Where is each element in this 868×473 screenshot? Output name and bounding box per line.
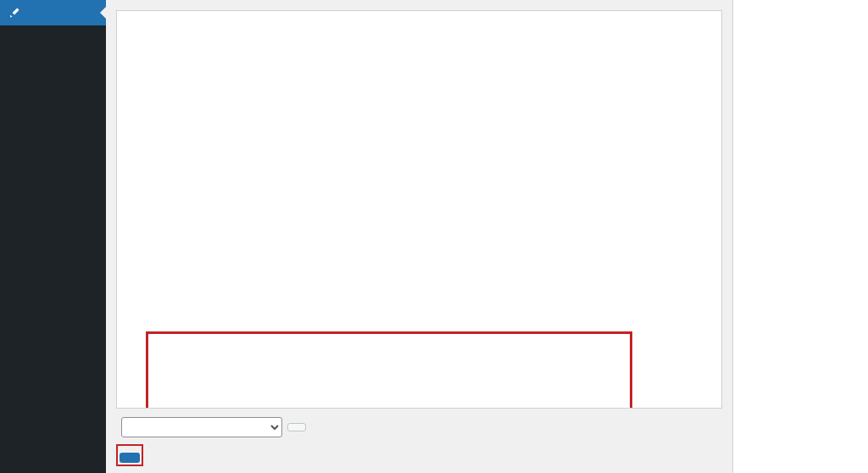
theme-files-panel — [732, 0, 868, 473]
brush-icon — [7, 5, 22, 20]
update-file-button[interactable] — [120, 453, 140, 463]
admin-sidebar — [0, 0, 106, 473]
update-file-highlight — [116, 444, 143, 466]
main-content — [106, 0, 868, 473]
code-highlight-box — [146, 331, 632, 409]
documentation-row — [116, 417, 722, 437]
code-editor[interactable] — [116, 10, 722, 409]
editor-footer — [116, 409, 722, 466]
sidebar-item-appearance[interactable] — [0, 0, 106, 25]
lookup-button[interactable] — [287, 423, 306, 431]
function-name-select[interactable] — [121, 417, 282, 437]
editor-column — [106, 0, 732, 473]
